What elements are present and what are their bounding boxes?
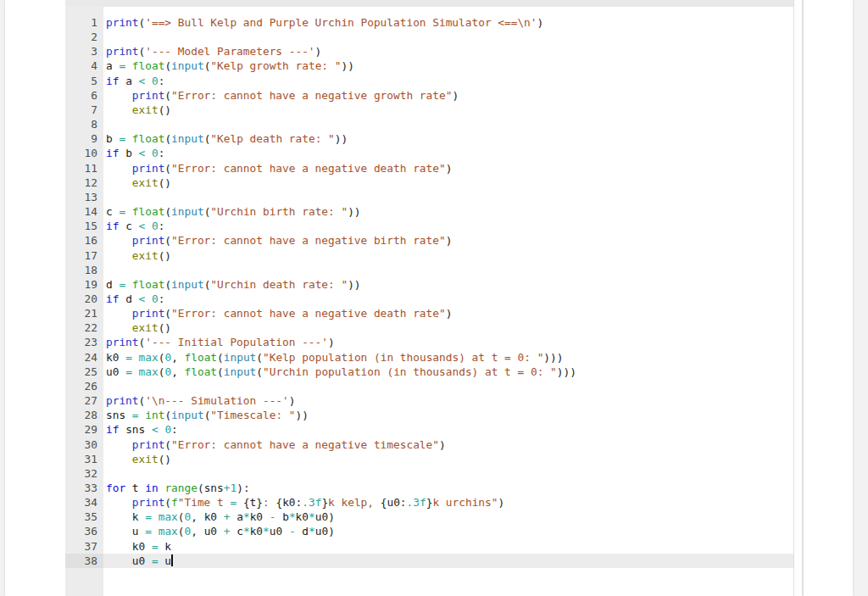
code-line-text[interactable]: if sns < 0: [103, 422, 793, 437]
code-line-text[interactable]: sns = int(input("Timescale: ")) [103, 408, 793, 422]
code-line[interactable]: 28sns = int(input("Timescale: ")) [65, 408, 793, 422]
code-line-text[interactable]: print("Error: cannot have a negative dea… [103, 306, 793, 320]
code-line[interactable]: 36 u = max(0, u0 + c*k0*u0 - d*u0) [65, 524, 793, 538]
line-number: 33 [65, 481, 103, 495]
line-number: 19 [65, 277, 103, 292]
code-line[interactable]: 9b = float(input("Kelp death rate: ")) [65, 131, 793, 146]
line-number: 9 [65, 131, 103, 146]
line-number: 26 [65, 379, 103, 393]
line-number: 8 [65, 117, 103, 131]
code-line-text[interactable]: k0 = k [103, 539, 793, 554]
code-line[interactable]: 23print('--- Initial Population ---') [65, 335, 793, 349]
code-line-text[interactable]: print('\n--- Simulation ---') [103, 393, 793, 408]
line-number: 6 [65, 88, 103, 103]
code-line[interactable]: 15if c < 0: [65, 219, 793, 233]
code-editor[interactable]: 1print('==> Bull Kelp and Purple Urchin … [65, 0, 794, 596]
line-number: 22 [65, 320, 103, 335]
code-line-text[interactable]: k0 = max(0, float(input("Kelp population… [103, 350, 793, 365]
code-line-text[interactable]: print('==> Bull Kelp and Purple Urchin P… [103, 15, 793, 30]
code-line-text[interactable]: if a < 0: [103, 74, 793, 88]
code-line[interactable]: 2 [65, 30, 793, 44]
code-line-text[interactable]: print("Error: cannot have a negative bir… [103, 233, 793, 248]
code-line[interactable]: 27print('\n--- Simulation ---') [65, 393, 793, 408]
code-line[interactable]: 13 [65, 190, 793, 204]
code-line[interactable]: 6 print("Error: cannot have a negative g… [65, 88, 793, 103]
code-line[interactable]: 4a = float(input("Kelp growth rate: ")) [65, 58, 793, 73]
code-line-text[interactable]: print('--- Initial Population ---') [103, 335, 793, 349]
code-line-text[interactable] [103, 379, 793, 393]
code-line[interactable]: 25u0 = max(0, float(input("Urchin popula… [65, 365, 793, 379]
code-line[interactable]: 31 exit() [65, 452, 793, 466]
line-number: 14 [65, 204, 103, 219]
code-line-text[interactable]: exit() [103, 452, 793, 466]
code-line[interactable]: 35 k = max(0, k0 + a*k0 - b*k0*u0) [65, 510, 793, 524]
code-line[interactable]: 16 print("Error: cannot have a negative … [65, 233, 793, 248]
code-line-text[interactable]: for t in range(sns+1): [103, 481, 793, 495]
line-number: 1 [65, 15, 103, 30]
editor-top-strip [65, 0, 793, 7]
code-line[interactable]: 3print('--- Model Parameters ---') [65, 44, 793, 58]
code-line-text[interactable]: if d < 0: [103, 292, 793, 306]
line-number: 2 [65, 30, 103, 44]
line-number: 18 [65, 263, 103, 277]
code-line-text[interactable] [103, 30, 793, 44]
code-line-text[interactable]: print("Error: cannot have a negative dea… [103, 161, 793, 175]
code-line[interactable]: 14c = float(input("Urchin birth rate: ")… [65, 204, 793, 219]
code-line-text[interactable]: u0 = u [103, 554, 793, 568]
code-line-text[interactable]: exit() [103, 320, 793, 335]
code-line-text[interactable]: print("Error: cannot have a negative tim… [103, 437, 793, 452]
code-line[interactable]: 29if sns < 0: [65, 422, 793, 437]
code-line-text[interactable]: u = max(0, u0 + c*k0*u0 - d*u0) [103, 524, 793, 538]
code-line[interactable]: 24k0 = max(0, float(input("Kelp populati… [65, 350, 793, 365]
code-line-text[interactable] [103, 263, 793, 277]
code-line[interactable]: 33for t in range(sns+1): [65, 481, 793, 495]
code-line[interactable]: 7 exit() [65, 103, 793, 117]
code-line[interactable]: 5if a < 0: [65, 74, 793, 88]
line-number: 29 [65, 422, 103, 437]
line-number: 25 [65, 365, 103, 379]
code-line[interactable]: 12 exit() [65, 175, 793, 190]
code-line-text[interactable]: k = max(0, k0 + a*k0 - b*k0*u0) [103, 510, 793, 524]
code-line-text[interactable] [103, 466, 793, 481]
line-number: 31 [65, 452, 103, 466]
line-number: 20 [65, 292, 103, 306]
code-line[interactable]: 26 [65, 379, 793, 393]
code-line-text[interactable] [103, 190, 793, 204]
code-line[interactable]: 17 exit() [65, 248, 793, 263]
code-line[interactable]: 18 [65, 263, 793, 277]
code-line[interactable]: 30 print("Error: cannot have a negative … [65, 437, 793, 452]
code-line-text[interactable]: a = float(input("Kelp growth rate: ")) [103, 58, 793, 73]
code-line[interactable]: 8 [65, 117, 793, 131]
code-line-text[interactable]: exit() [103, 175, 793, 190]
code-line[interactable]: 32 [65, 466, 793, 481]
line-number: 34 [65, 495, 103, 510]
code-line[interactable]: 10if b < 0: [65, 146, 793, 160]
code-line-text[interactable]: print('--- Model Parameters ---') [103, 44, 793, 58]
line-number: 7 [65, 103, 103, 117]
code-line-text[interactable]: c = float(input("Urchin birth rate: ")) [103, 204, 793, 219]
line-number: 11 [65, 161, 103, 175]
line-number: 24 [65, 350, 103, 365]
code-line[interactable]: 37 k0 = k [65, 539, 793, 554]
code-line-text[interactable]: u0 = max(0, float(input("Urchin populati… [103, 365, 793, 379]
code-line[interactable]: 19d = float(input("Urchin death rate: ")… [65, 277, 793, 292]
code-line[interactable]: 1print('==> Bull Kelp and Purple Urchin … [65, 15, 793, 30]
code-line-text[interactable]: if b < 0: [103, 146, 793, 160]
code-line[interactable]: 34 print(f"Time t = {t}: {k0:.3f}k kelp,… [65, 495, 793, 510]
code-line-text[interactable]: exit() [103, 103, 793, 117]
code-line[interactable]: 38 u0 = u [65, 554, 793, 568]
code-line-text[interactable]: if c < 0: [103, 219, 793, 233]
code-line[interactable]: 21 print("Error: cannot have a negative … [65, 306, 793, 320]
code-line-text[interactable]: d = float(input("Urchin death rate: ")) [103, 277, 793, 292]
line-number: 30 [65, 437, 103, 452]
line-number: 17 [65, 248, 103, 263]
code-line-text[interactable]: print("Error: cannot have a negative gro… [103, 88, 793, 103]
code-line-text[interactable] [103, 117, 793, 131]
page: 1print('==> Bull Kelp and Purple Urchin … [0, 0, 868, 596]
code-line[interactable]: 20if d < 0: [65, 292, 793, 306]
code-line-text[interactable]: print(f"Time t = {t}: {k0:.3f}k kelp, {u… [103, 495, 793, 510]
code-line[interactable]: 22 exit() [65, 320, 793, 335]
code-line-text[interactable]: exit() [103, 248, 793, 263]
code-line[interactable]: 11 print("Error: cannot have a negative … [65, 161, 793, 175]
code-line-text[interactable]: b = float(input("Kelp death rate: ")) [103, 131, 793, 146]
